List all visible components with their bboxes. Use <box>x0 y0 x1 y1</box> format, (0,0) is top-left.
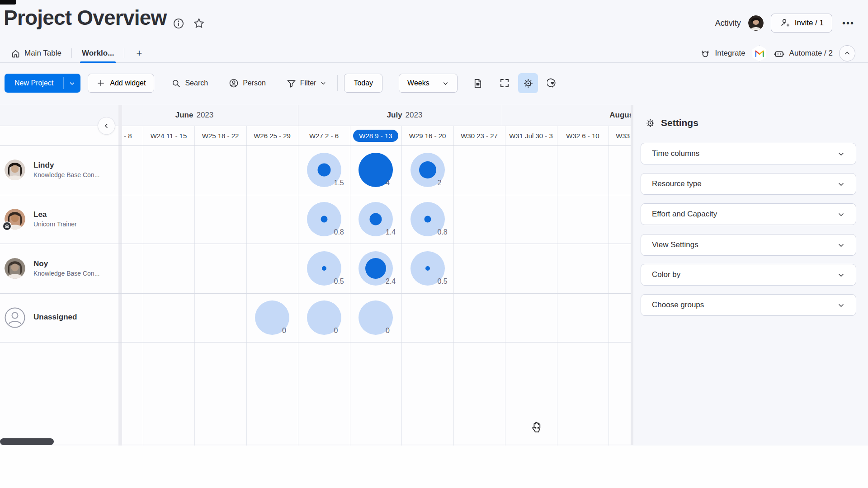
grid-line <box>350 126 350 446</box>
person-name: Lea <box>33 210 77 220</box>
chevron-down-icon <box>837 211 845 218</box>
horizontal-scrollbar[interactable] <box>0 438 54 445</box>
time-range-select[interactable]: Weeks <box>399 74 458 93</box>
workload-value: 2 <box>438 179 442 187</box>
workload-value: 1.4 <box>386 228 396 236</box>
week-header-3[interactable]: W25 18 - 22 <box>194 126 246 145</box>
row-divider <box>0 293 631 294</box>
add-view-button[interactable]: + <box>132 47 146 59</box>
collapse-names-button[interactable] <box>98 117 115 135</box>
setting-view-settings[interactable]: View Settings <box>641 234 856 256</box>
settings-title: Settings <box>661 117 698 128</box>
tab-workload[interactable]: Worklo... <box>80 44 116 62</box>
workload-value: 0.8 <box>334 228 344 236</box>
person-row-noy: NoyKnowledge Base Con... <box>0 244 118 293</box>
month-divider <box>298 105 298 126</box>
workload-bubble-fill <box>322 266 326 271</box>
month-label-june: June2023 <box>175 111 214 120</box>
workload-value: 4 <box>386 179 390 187</box>
workload-value: 0 <box>386 327 390 335</box>
person-role: Knowledge Base Con... <box>33 269 99 278</box>
week-header-6[interactable]: W28 9 - 13 <box>350 126 401 145</box>
avatar-noy[interactable] <box>5 258 25 279</box>
home-icon <box>11 49 20 58</box>
workload-value: 0.5 <box>334 277 344 286</box>
week-header-11[interactable]: W33 13 - 17 <box>609 126 631 145</box>
setting-effort-capacity[interactable]: Effort and Capacity <box>641 203 856 225</box>
month-label-august: August2023 <box>609 111 631 120</box>
person-name: Noy <box>33 259 99 269</box>
chevron-down-icon <box>837 180 845 188</box>
setting-resource-type[interactable]: Resource type <box>641 173 856 195</box>
invite-label: Invite / 1 <box>795 19 824 28</box>
integrate-button[interactable]: Integrate <box>700 48 745 59</box>
chevron-up-icon <box>844 50 851 57</box>
collapse-header-button[interactable] <box>839 45 855 61</box>
gmail-integration-badge[interactable] <box>752 45 767 61</box>
today-button[interactable]: Today <box>344 74 382 93</box>
add-widget-button[interactable]: Add widget <box>88 74 154 93</box>
unassigned-avatar[interactable] <box>5 307 25 328</box>
integrations-icon <box>700 48 711 59</box>
person-filter-button[interactable]: Person <box>224 74 270 93</box>
setting-time-columns[interactable]: Time columns <box>641 143 856 164</box>
workload-value: 0 <box>282 327 286 335</box>
funnel-icon <box>287 79 296 88</box>
row-divider <box>0 342 631 343</box>
row-divider <box>0 145 631 146</box>
chevron-down-icon <box>837 301 845 309</box>
person-row-lindy: LindyKnowledge Base Con... <box>0 145 118 195</box>
workload-value: 0 <box>334 327 338 335</box>
chevron-down-icon <box>320 80 326 86</box>
workload-bubble-fill <box>321 216 327 222</box>
board-tabs-bar: Main Table Worklo... + Integrate <box>0 44 868 63</box>
person-row-unassigned: Unassigned <box>0 293 118 343</box>
activity-label[interactable]: Activity <box>715 19 741 28</box>
person-role: Unicorn Trainer <box>33 220 77 229</box>
activity-avatar[interactable] <box>748 15 764 31</box>
search-icon <box>171 79 181 88</box>
row-divider <box>0 244 631 244</box>
grid-line <box>298 126 298 446</box>
week-header-8[interactable]: W30 23 - 27 <box>453 126 505 145</box>
month-divider <box>502 105 502 126</box>
avatar-lea[interactable] <box>5 209 25 230</box>
fullscreen-button[interactable] <box>495 73 514 93</box>
setting-choose-groups[interactable]: Choose groups <box>641 294 856 316</box>
workload-bubble-fill <box>370 213 382 225</box>
more-options-icon[interactable]: ••• <box>840 18 857 28</box>
settings-button[interactable] <box>518 73 538 93</box>
chevron-left-icon <box>103 122 110 129</box>
tab-main-table[interactable]: Main Table <box>9 44 63 62</box>
gmail-icon <box>755 50 764 57</box>
setting-color-by[interactable]: Color by <box>641 264 856 286</box>
info-icon[interactable] <box>173 18 184 29</box>
automate-button[interactable]: Automate / 2 <box>774 48 833 59</box>
invite-button[interactable]: Invite / 1 <box>771 14 832 33</box>
person-row-lea: LeaUnicorn Trainer <box>0 195 118 244</box>
export-log-button[interactable] <box>467 73 487 93</box>
month-label-july: July2023 <box>387 111 423 120</box>
week-header-1[interactable]: W23 4 - 8 <box>121 126 143 145</box>
search-button[interactable]: Search <box>167 74 212 93</box>
week-header-10[interactable]: W32 6 - 10 <box>557 126 609 145</box>
plus-icon <box>96 79 105 88</box>
workload-value: 0.8 <box>438 228 448 236</box>
page-title: Project Overview <box>4 5 167 30</box>
chevron-down-icon <box>837 271 845 279</box>
selected-week-pill[interactable]: W28 9 - 13 <box>353 130 398 142</box>
week-header-4[interactable]: W26 25 - 29 <box>246 126 298 145</box>
week-header-5[interactable]: W27 2 - 6 <box>298 126 350 145</box>
grid-line <box>401 126 402 446</box>
person-name: Unassigned <box>33 312 77 323</box>
invite-person-icon <box>779 18 790 28</box>
feedback-button[interactable] <box>542 73 562 93</box>
new-project-button[interactable]: New Project <box>5 74 80 93</box>
chevron-down-icon <box>837 241 845 249</box>
week-header-7[interactable]: W29 16 - 20 <box>401 126 453 145</box>
week-header-2[interactable]: W24 11 - 15 <box>143 126 194 145</box>
favorite-star-icon[interactable] <box>193 17 205 30</box>
week-header-9[interactable]: W31 Jul 30 - 3 <box>505 126 557 145</box>
avatar-lindy[interactable] <box>5 160 25 180</box>
filter-button[interactable]: Filter <box>282 74 331 93</box>
